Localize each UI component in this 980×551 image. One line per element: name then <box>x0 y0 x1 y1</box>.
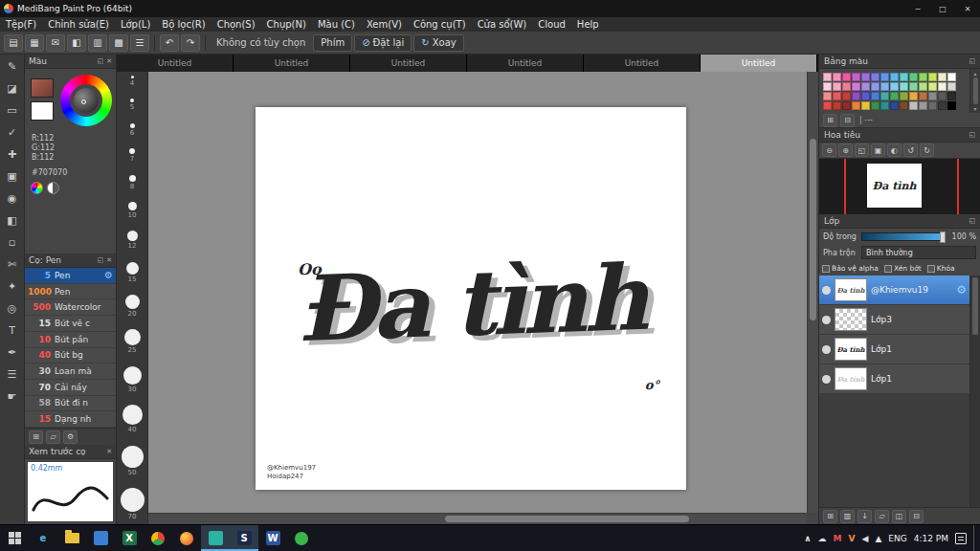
canvas-area[interactable]: Oo Đa tình o° @Khiemvu197 Hoidap247 <box>148 72 818 524</box>
menu-item[interactable]: Xem(V) <box>361 19 408 30</box>
rotate-ccw-icon[interactable]: ↺ <box>903 143 918 157</box>
palette-swatch[interactable] <box>938 82 947 91</box>
brush-settings-icon[interactable]: ⚙ <box>104 270 113 280</box>
add-brush-icon[interactable]: ⊞ <box>29 430 43 444</box>
palette-swatch[interactable] <box>852 73 860 81</box>
layer-folder-icon[interactable]: ▱ <box>875 510 889 523</box>
taskbar-edge[interactable]: e <box>29 525 57 551</box>
horizontal-scrollbar[interactable] <box>148 513 807 524</box>
palette-swatch[interactable] <box>852 101 860 110</box>
popout-icon[interactable]: ◱ <box>98 256 104 264</box>
taskbar-medibang[interactable] <box>201 525 230 551</box>
palette-swatch[interactable] <box>938 101 947 110</box>
palette-swatch[interactable] <box>919 73 927 81</box>
palette-swatch[interactable] <box>890 73 899 81</box>
taskbar-excel[interactable]: X <box>115 525 144 551</box>
layer-row[interactable]: Lớp3 <box>819 305 969 335</box>
scroll-down-icon[interactable]: ▾ <box>973 105 976 112</box>
palette-swatch[interactable] <box>890 101 899 110</box>
menu-item[interactable]: Help <box>571 19 605 30</box>
color-wheel[interactable] <box>60 75 112 126</box>
bucket-tool[interactable]: ◉ <box>2 188 23 209</box>
palette-swatch[interactable] <box>919 92 927 100</box>
palette-swatch[interactable] <box>880 73 889 81</box>
add-color-icon[interactable]: ⊞ <box>823 114 837 127</box>
vertical-scrollbar-thumb[interactable] <box>810 139 816 320</box>
layer-visibility-icon[interactable] <box>822 286 831 295</box>
brush-list-item[interactable]: 500Watercolor <box>25 299 116 316</box>
menu-item[interactable]: Chụp(N) <box>261 19 312 30</box>
shape-tool[interactable]: ◎ <box>2 298 23 319</box>
layer-row[interactable]: Đa tình@Khiemvu19⚙ <box>819 276 969 305</box>
flip-view-icon[interactable]: ◐ <box>887 143 902 157</box>
document-tab[interactable]: Untitled <box>584 55 701 72</box>
taskbar-photos[interactable] <box>86 525 115 551</box>
taskbar-paint-s[interactable]: S <box>230 525 258 551</box>
palette-swatch[interactable] <box>871 73 880 81</box>
checkbox-icon[interactable] <box>927 265 935 273</box>
palette-swatch[interactable] <box>947 92 956 100</box>
palette-swatch[interactable] <box>890 92 899 100</box>
palette-icon[interactable]: ◧ <box>67 34 86 52</box>
palette-swatch[interactable] <box>861 92 870 100</box>
palette-swatch[interactable] <box>909 101 918 110</box>
lasso-tool[interactable]: ✄ <box>2 254 23 275</box>
maximize-button[interactable]: □ <box>930 0 955 17</box>
palette-swatch[interactable] <box>842 92 851 100</box>
brush-size-option[interactable]: 7 <box>129 148 135 163</box>
brush-list-item[interactable]: 58Bút đi n <box>25 396 116 412</box>
layer-visibility-icon[interactable] <box>822 375 831 384</box>
transform-tool[interactable]: ▣ <box>2 166 23 187</box>
duplicate-layer-icon[interactable]: ▥ <box>840 510 855 523</box>
brush-size-option[interactable]: 25 <box>124 329 141 354</box>
brush-size-option[interactable]: 15 <box>126 262 139 283</box>
horizontal-scrollbar-thumb[interactable] <box>445 516 689 522</box>
redo-button[interactable]: ↷ <box>181 34 200 52</box>
blend-mode-select[interactable]: Bình thường <box>861 246 976 259</box>
marquee-tool[interactable]: ▭ <box>2 100 23 121</box>
brush-list-item[interactable]: 15Bút vẽ c <box>25 316 116 332</box>
brush-size-option[interactable]: 20 <box>125 295 140 318</box>
document-tab[interactable]: Untitled <box>701 55 817 72</box>
palette-swatch[interactable] <box>842 101 851 110</box>
palette-swatch[interactable] <box>823 101 832 110</box>
palette-swatch[interactable] <box>928 82 937 91</box>
select-area-tool[interactable]: ▫ <box>2 232 23 253</box>
palette-swatch[interactable] <box>947 101 956 110</box>
zoom-in-icon[interactable]: ⊕ <box>838 143 853 157</box>
layer-visibility-icon[interactable] <box>822 345 831 354</box>
document-tab[interactable]: Untitled <box>350 55 467 72</box>
brush-list-item[interactable]: 5Pen⚙ <box>25 268 116 284</box>
zoom-out-icon[interactable]: ⊖ <box>822 143 836 157</box>
menu-item[interactable]: Tệp(F) <box>0 19 42 30</box>
palette-swatch[interactable] <box>861 82 870 91</box>
close-icon[interactable]: ✕ <box>106 57 112 65</box>
hue-mode-icon[interactable] <box>31 182 43 194</box>
menu-item[interactable]: Màu (C) <box>312 19 361 30</box>
brush-size-option[interactable]: 70 <box>121 488 145 520</box>
brush-list-item[interactable]: 1000Pen <box>25 284 116 300</box>
menu-item[interactable]: Chỉnh sửa(E) <box>42 19 115 30</box>
eraser-tool[interactable]: ◪ <box>2 78 23 99</box>
minimize-button[interactable]: − <box>905 0 930 17</box>
document-tab[interactable]: Untitled <box>117 55 234 72</box>
menu-item[interactable]: Cloud <box>532 19 571 30</box>
action-center-icon[interactable] <box>955 533 967 544</box>
palette-swatch[interactable] <box>909 92 918 100</box>
brush-size-option[interactable]: 5 <box>130 99 134 111</box>
select-pen-tool[interactable]: ✓ <box>2 122 23 143</box>
palette-swatch[interactable] <box>871 92 880 100</box>
palette-swatch[interactable] <box>880 101 889 110</box>
palette-swatch[interactable] <box>842 82 851 91</box>
navigator-preview[interactable]: Đa tình <box>819 159 980 214</box>
brush-list-item[interactable]: 10Bút pần <box>25 332 116 348</box>
palette-swatch[interactable] <box>823 73 832 81</box>
layer-visibility-icon[interactable] <box>822 316 831 324</box>
start-button[interactable] <box>0 525 29 551</box>
checkbox-icon[interactable] <box>884 265 892 273</box>
new-layer-icon[interactable]: ⊞ <box>823 510 837 523</box>
brush-size-option[interactable]: 6 <box>130 123 135 137</box>
palette-swatch[interactable] <box>919 101 927 110</box>
palette-swatch[interactable] <box>880 82 889 91</box>
save-icon[interactable]: ▦ <box>25 34 44 52</box>
